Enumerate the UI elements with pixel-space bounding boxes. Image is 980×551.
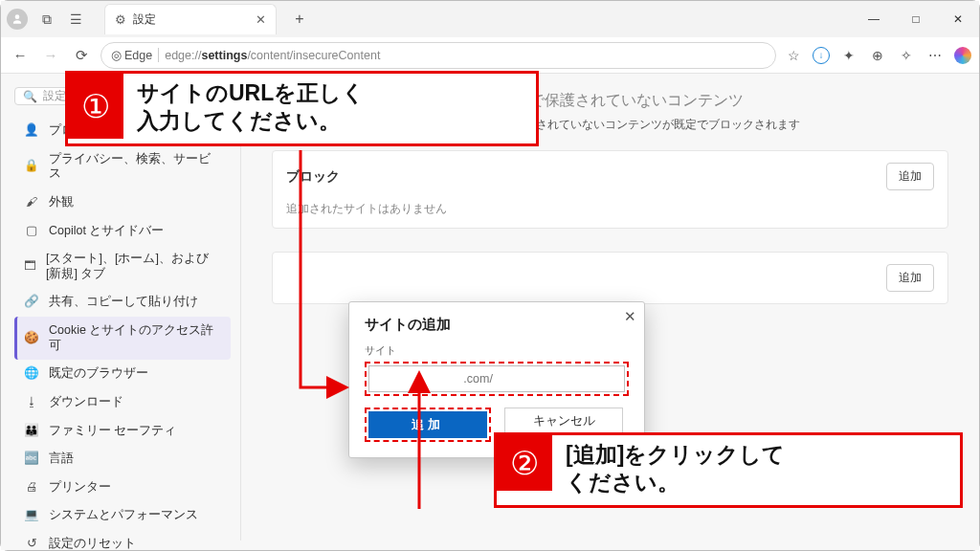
site-url-input[interactable] bbox=[368, 365, 625, 392]
vertical-tabs-icon[interactable]: ☰ bbox=[66, 11, 85, 27]
window-minimize[interactable]: — bbox=[853, 1, 895, 37]
refresh-button[interactable]: ⟳ bbox=[70, 47, 93, 64]
download-icon[interactable]: ↓ bbox=[813, 47, 830, 64]
close-tab-icon[interactable]: ✕ bbox=[256, 12, 266, 27]
sidebar-item-4[interactable]: 🗔[スタート]、[ホーム]、および [新規] タブ bbox=[14, 245, 231, 288]
sidebar-item-icon: 🗔 bbox=[24, 259, 36, 275]
callout-2: ② [追加]をクリックして ください。 bbox=[494, 432, 963, 508]
forward-button: → bbox=[39, 47, 62, 63]
url-text: edge://settings/content/insecureContent bbox=[165, 49, 380, 62]
sidebar-item-10[interactable]: 🔤言語 bbox=[14, 445, 231, 474]
sidebar-item-3[interactable]: ▢Copilot とサイドバー bbox=[14, 217, 231, 246]
tab-title: 設定 bbox=[133, 11, 156, 28]
sidebar-item-label: 外観 bbox=[49, 195, 74, 210]
window-titlebar: ⧉ ☰ ⚙ 設定 ✕ + — □ ✕ bbox=[1, 1, 979, 37]
back-button[interactable]: ← bbox=[9, 47, 32, 63]
sidebar-item-icon: 🖌 bbox=[24, 195, 39, 210]
gear-icon: ⚙ bbox=[115, 12, 126, 27]
callout-2-text: [追加]をクリックして ください。 bbox=[552, 435, 798, 505]
search-icon: 🔍 bbox=[23, 90, 37, 103]
window-close[interactable]: ✕ bbox=[937, 1, 979, 37]
sidebar-item-icon: ▢ bbox=[24, 224, 39, 239]
more-icon[interactable]: ⋯ bbox=[925, 46, 945, 65]
block-empty-text: 追加されたサイトはありません bbox=[273, 202, 947, 228]
sidebar-item-label: プリンター bbox=[49, 480, 111, 496]
sidebar-item-label: Copilot とサイドバー bbox=[49, 224, 164, 239]
sidebar-item-6[interactable]: 🍪Cookie とサイトのアクセス許可 bbox=[14, 317, 231, 360]
extensions-icon[interactable]: ✦ bbox=[839, 46, 858, 65]
callout-arrow-1 bbox=[286, 150, 363, 399]
new-tab-button[interactable]: + bbox=[286, 11, 313, 28]
sidebar-item-8[interactable]: ⭳ダウンロード bbox=[14, 388, 231, 417]
callout-1-text: サイトのURLを正しく 入力してください。 bbox=[123, 74, 378, 143]
favorite-icon[interactable]: ☆ bbox=[784, 46, 803, 65]
dialog-close-icon[interactable]: ✕ bbox=[624, 308, 636, 325]
sidebar-item-13[interactable]: ↺設定のリセット bbox=[14, 530, 231, 550]
workspaces-icon[interactable]: ⧉ bbox=[37, 11, 56, 28]
address-bar[interactable]: ◎ Edge edge://settings/content/insecureC… bbox=[100, 42, 776, 69]
block-add-button[interactable]: 追加 bbox=[886, 163, 934, 190]
sidebar-item-label: 設定のリセット bbox=[49, 537, 136, 550]
brand-label: Edge bbox=[124, 49, 152, 62]
collections-icon[interactable]: ⊕ bbox=[868, 46, 887, 65]
sidebar-item-icon: 💻 bbox=[24, 508, 39, 523]
allow-panel: 許可 追加 bbox=[272, 252, 948, 304]
sidebar-item-label: システムとパフォーマンス bbox=[49, 508, 198, 523]
dialog-title: サイトの追加 bbox=[365, 316, 629, 334]
sidebar-item-label: [スタート]、[ホーム]、および [新規] タブ bbox=[46, 252, 221, 281]
sidebar-item-11[interactable]: 🖨プリンター bbox=[14, 474, 231, 502]
site-identity[interactable]: ◎ Edge bbox=[111, 48, 159, 62]
sidebar-item-icon: 🔗 bbox=[24, 295, 39, 310]
callout-1: ① サイトのURLを正しく 入力してください。 bbox=[65, 71, 539, 146]
dialog-field-label: サイト bbox=[365, 343, 629, 358]
sidebar-item-icon: 🔤 bbox=[24, 452, 39, 467]
block-panel: ブロック 追加 追加されたサイトはありません bbox=[272, 150, 948, 229]
sidebar-item-label: 既定のブラウザー bbox=[49, 366, 148, 382]
browser-toolbar: ← → ⟳ ◎ Edge edge://settings/content/ins… bbox=[1, 37, 979, 74]
sidebar-item-icon: 🔒 bbox=[24, 159, 39, 174]
sidebar-item-icon: 👤 bbox=[24, 123, 39, 139]
sidebar-item-icon: 👪 bbox=[24, 424, 39, 439]
sidebar-item-1[interactable]: 🔒プライバシー、検索、サービス bbox=[14, 145, 231, 188]
callout-1-number: ① bbox=[68, 74, 123, 139]
sidebar-item-12[interactable]: 💻システムとパフォーマンス bbox=[14, 501, 231, 530]
sidebar-item-icon: 🍪 bbox=[24, 331, 39, 346]
copilot-icon[interactable] bbox=[954, 47, 971, 64]
sidebar-item-label: Cookie とサイトのアクセス許可 bbox=[49, 323, 221, 353]
window-maximize[interactable]: □ bbox=[895, 1, 937, 37]
sidebar-item-label: 共有、コピーして貼り付け bbox=[49, 295, 198, 310]
allow-add-button[interactable]: 追加 bbox=[886, 264, 934, 292]
browser-tab[interactable]: ⚙ 設定 ✕ bbox=[104, 4, 277, 34]
screenshot-icon[interactable]: ✧ bbox=[897, 46, 916, 65]
sidebar-item-5[interactable]: 🔗共有、コピーして貼り付け bbox=[14, 288, 231, 317]
sidebar-item-2[interactable]: 🖌外観 bbox=[14, 188, 231, 217]
sidebar-item-icon: 🌐 bbox=[24, 366, 39, 382]
dialog-cancel-button[interactable]: キャンセル bbox=[504, 408, 623, 434]
sidebar-item-9[interactable]: 👪ファミリー セーフティ bbox=[14, 417, 231, 446]
sidebar-item-label: 言語 bbox=[49, 452, 74, 467]
sidebar-item-icon: ↺ bbox=[24, 537, 39, 550]
sidebar-item-label: プライバシー、検索、サービス bbox=[49, 152, 221, 182]
sidebar-item-label: ファミリー セーフティ bbox=[49, 424, 176, 439]
url-highlight bbox=[365, 362, 629, 396]
sidebar-item-icon: ⭳ bbox=[24, 395, 39, 410]
callout-2-number: ② bbox=[497, 435, 552, 491]
sidebar-item-label: ダウンロード bbox=[49, 395, 123, 410]
callout-arrow-2 bbox=[410, 370, 429, 514]
sidebar-item-7[interactable]: 🌐既定のブラウザー bbox=[14, 360, 231, 388]
profile-avatar[interactable] bbox=[7, 9, 28, 30]
sidebar-item-icon: 🖨 bbox=[24, 480, 39, 496]
